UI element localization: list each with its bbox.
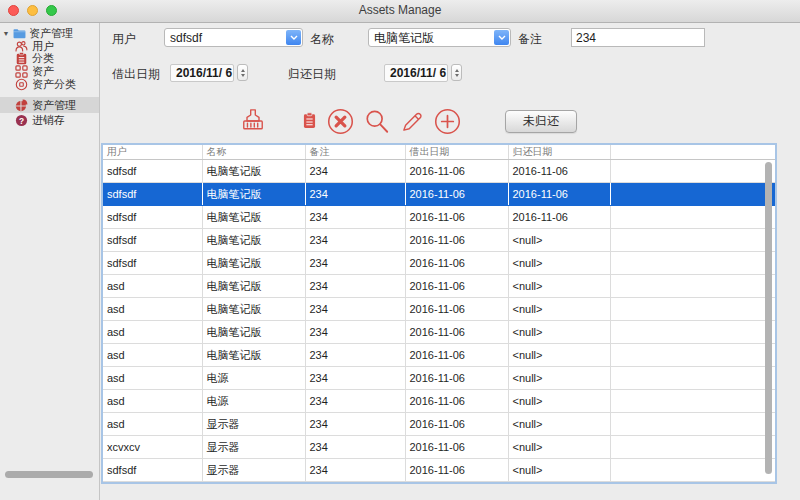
table-row[interactable]: sdfsdf电脑笔记版2342016-11-06<null> (103, 229, 775, 252)
note-label: 备注 (518, 31, 542, 48)
brush-icon[interactable] (241, 108, 265, 133)
user-combobox-value: sdfsdf (165, 29, 285, 46)
user-label: 用户 (112, 31, 136, 48)
table-vertical-scrollbar[interactable] (765, 162, 772, 474)
disclosure-triangle-icon[interactable]: ▼ (2, 30, 10, 37)
column-header[interactable] (610, 145, 775, 160)
column-header[interactable]: 名称 (202, 145, 305, 160)
name-combobox[interactable]: 电脑笔记版 (368, 28, 511, 47)
main-panel: 用户 sdfsdf 名称 电脑笔记版 备注 借出日期 2016/11/ 6 (100, 23, 800, 500)
table-cell: 234 (305, 390, 405, 413)
edit-icon[interactable] (401, 110, 424, 133)
table-cell (610, 344, 775, 367)
table-cell: sdfsdf (103, 459, 202, 482)
search-icon[interactable] (364, 109, 390, 135)
table-cell: 234 (305, 298, 405, 321)
return-date-field[interactable]: 2016/11/ 6 (384, 64, 448, 82)
table-cell: 2016-11-06 (405, 413, 508, 436)
table-cell: 234 (305, 436, 405, 459)
borrow-date-stepper[interactable] (237, 64, 248, 81)
table-cell: <null> (508, 390, 610, 413)
table-cell: sdfsdf (103, 229, 202, 252)
titlebar: Assets Manage (0, 0, 800, 23)
minimize-button[interactable] (27, 5, 38, 16)
table-cell: 234 (305, 413, 405, 436)
table-cell: 2016-11-06 (405, 321, 508, 344)
table-cell: 234 (305, 275, 405, 298)
return-date-stepper[interactable] (451, 64, 462, 81)
table-cell (610, 206, 775, 229)
sidebar-item-label: 资产分类 (32, 77, 76, 92)
sidebar: ▼ 资产管理 用户分类资产资产分类资产管理?进销存 (0, 23, 100, 500)
table-cell: 2016-11-06 (405, 160, 508, 183)
unreturned-filter-button[interactable]: 未归还 (505, 110, 577, 133)
users-icon (15, 40, 28, 53)
borrow-date-field[interactable]: 2016/11/ 6 (170, 64, 234, 82)
table-cell: 2016-11-06 (508, 206, 610, 229)
table-row[interactable]: sdfsdf显示器2342016-11-06<null> (103, 459, 775, 482)
table-cell: 2016-11-06 (405, 459, 508, 482)
column-header[interactable]: 用户 (103, 145, 202, 160)
table-row[interactable]: sdfsdf电脑笔记版2342016-11-062016-11-06 (103, 160, 775, 183)
table-cell: <null> (508, 436, 610, 459)
table-cell: asd (103, 390, 202, 413)
table-row[interactable]: xcvxcv显示器2342016-11-06<null> (103, 436, 775, 459)
category-icon (15, 78, 28, 91)
table-cell: 电脑笔记版 (202, 344, 305, 367)
table-cell: 2016-11-06 (508, 183, 610, 206)
table-row[interactable]: asd电脑笔记版2342016-11-06<null> (103, 321, 775, 344)
table-cell: sdfsdf (103, 160, 202, 183)
table-cell: 2016-11-06 (405, 436, 508, 459)
clipboard-icon[interactable] (303, 112, 316, 129)
table-cell: 2016-11-06 (405, 183, 508, 206)
table-cell: <null> (508, 275, 610, 298)
table-cell: 234 (305, 459, 405, 482)
table-row[interactable]: asd电源2342016-11-06<null> (103, 367, 775, 390)
column-header[interactable]: 借出日期 (405, 145, 508, 160)
table-cell (610, 436, 775, 459)
table-cell (610, 459, 775, 482)
delete-icon[interactable] (327, 108, 354, 135)
table-row[interactable]: asd电脑笔记版2342016-11-06<null> (103, 275, 775, 298)
table-cell: 电脑笔记版 (202, 229, 305, 252)
table-row[interactable]: asd电脑笔记版2342016-11-06<null> (103, 344, 775, 367)
add-icon[interactable] (434, 108, 461, 135)
table-cell (610, 275, 775, 298)
table-row[interactable]: asd电源2342016-11-06<null> (103, 390, 775, 413)
table-cell: <null> (508, 367, 610, 390)
table-cell: 显示器 (202, 413, 305, 436)
table-row[interactable]: sdfsdf电脑笔记版2342016-11-062016-11-06 (103, 183, 775, 206)
sidebar-item-question[interactable]: ?进销存 (0, 114, 99, 127)
zoom-button[interactable] (46, 5, 57, 16)
table-cell: <null> (508, 413, 610, 436)
sidebar-horizontal-scrollbar[interactable] (5, 471, 93, 478)
app-window: Assets Manage ▼ 资产管理 用户分类资产资产分类资产管理?进销存 … (0, 0, 800, 500)
close-button[interactable] (8, 5, 19, 16)
note-input[interactable] (571, 28, 705, 47)
chevron-down-icon[interactable] (494, 30, 509, 45)
table-cell: 234 (305, 321, 405, 344)
table-cell: 显示器 (202, 459, 305, 482)
table-cell: 234 (305, 183, 405, 206)
chevron-down-icon[interactable] (286, 30, 301, 45)
sidebar-item-label: 资产管理 (32, 98, 76, 113)
table-cell: 电脑笔记版 (202, 160, 305, 183)
table-row[interactable]: sdfsdf电脑笔记版2342016-11-062016-11-06 (103, 206, 775, 229)
table-row[interactable]: sdfsdf电脑笔记版2342016-11-06<null> (103, 252, 775, 275)
table-row[interactable]: asd显示器2342016-11-06<null> (103, 413, 775, 436)
table-cell: 2016-11-06 (405, 298, 508, 321)
table-cell: 电源 (202, 367, 305, 390)
sidebar-item-category[interactable]: 资产分类 (0, 78, 99, 91)
column-header[interactable]: 归还日期 (508, 145, 610, 160)
borrow-date-label: 借出日期 (112, 66, 160, 83)
table-cell: 2016-11-06 (405, 390, 508, 413)
stepper-down-icon (455, 74, 459, 77)
sidebar-item-pie[interactable]: 资产管理 (0, 97, 99, 113)
table-cell: xcvxcv (103, 436, 202, 459)
table-cell (610, 321, 775, 344)
user-combobox[interactable]: sdfsdf (164, 28, 303, 47)
table-row[interactable]: asd电脑笔记版2342016-11-06<null> (103, 298, 775, 321)
column-header[interactable]: 备注 (305, 145, 405, 160)
table-cell: 234 (305, 229, 405, 252)
table-cell: asd (103, 367, 202, 390)
